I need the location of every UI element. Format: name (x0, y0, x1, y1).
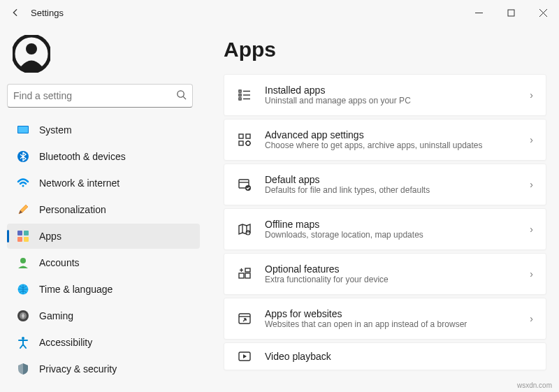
card-offline-maps[interactable]: Offline maps Downloads, storage location… (224, 208, 546, 250)
sidebar-item-accessibility[interactable]: Accessibility (7, 330, 200, 355)
window-link-icon (237, 311, 252, 326)
avatar-icon (13, 35, 50, 73)
sidebar-item-label: Accessibility (39, 337, 92, 348)
sidebar-item-label: Bluetooth & devices (39, 151, 126, 162)
svg-rect-23 (239, 98, 241, 100)
sidebar-item-label: Network & internet (39, 177, 119, 189)
sidebar-item-network[interactable]: Network & internet (7, 170, 200, 196)
map-icon (237, 222, 252, 237)
card-subtitle: Websites that can open in an app instead… (265, 319, 523, 329)
sidebar-item-apps[interactable]: Apps (7, 224, 200, 249)
search-box[interactable] (7, 84, 193, 108)
svg-rect-1 (508, 10, 514, 16)
svg-rect-37 (239, 273, 244, 278)
card-advanced-settings[interactable]: Advanced app settings Choose where to ge… (224, 119, 546, 161)
page-title: Apps (224, 38, 546, 61)
sidebar-item-time-language[interactable]: Time & language (7, 277, 200, 302)
card-title: Apps for websites (265, 308, 523, 319)
watermark: wsxdn.com (517, 382, 552, 389)
nav-list: System Bluetooth & devices Network & int… (7, 117, 200, 382)
card-title: Installed apps (265, 85, 523, 96)
grid-plus-icon (237, 266, 252, 282)
card-text: Video playback (265, 351, 533, 362)
close-icon (539, 9, 547, 17)
sidebar-item-label: Time & language (39, 284, 112, 295)
close-button[interactable] (527, 0, 559, 25)
search-input[interactable] (13, 90, 176, 101)
search-icon (176, 89, 187, 103)
accessibility-icon (17, 336, 29, 349)
gamepad-icon (17, 310, 29, 322)
sidebar-item-accounts[interactable]: Accounts (7, 250, 200, 275)
card-video-playback[interactable]: Video playback (224, 342, 546, 370)
chevron-right-icon: › (530, 268, 533, 280)
maximize-icon (507, 9, 515, 17)
back-button[interactable] (6, 3, 25, 22)
card-title: Video playback (265, 351, 533, 362)
card-text: Apps for websites Websites that can open… (265, 308, 523, 329)
minimize-icon (475, 9, 483, 17)
sidebar-item-gaming[interactable]: Gaming (7, 303, 200, 328)
card-title: Default apps (265, 174, 523, 185)
user-avatar[interactable] (13, 35, 200, 75)
card-subtitle: Uninstall and manage apps on your PC (265, 96, 523, 106)
svg-point-33 (245, 185, 251, 191)
svg-point-11 (22, 185, 24, 187)
svg-rect-28 (246, 134, 250, 138)
sidebar-item-label: Gaming (39, 310, 73, 321)
wifi-icon (17, 177, 29, 189)
sidebar-item-label: Accounts (39, 257, 80, 268)
svg-rect-39 (245, 268, 250, 272)
svg-rect-22 (239, 94, 241, 96)
globe-clock-icon (17, 283, 29, 296)
bluetooth-icon (17, 150, 29, 163)
sidebar-item-privacy[interactable]: Privacy & security (7, 356, 200, 382)
card-title: Advanced app settings (265, 129, 523, 140)
svg-rect-29 (239, 141, 243, 145)
svg-rect-21 (239, 90, 241, 92)
svg-rect-9 (18, 126, 28, 133)
card-text: Default apps Defaults for file and link … (265, 174, 523, 195)
content-area: System Bluetooth & devices Network & int… (0, 25, 559, 392)
maximize-button[interactable] (495, 0, 527, 25)
card-optional-features[interactable]: Optional features Extra functionality fo… (224, 253, 546, 295)
card-text: Advanced app settings Choose where to ge… (265, 129, 523, 150)
svg-rect-15 (24, 237, 29, 242)
list-icon (237, 87, 252, 103)
card-apps-websites[interactable]: Apps for websites Websites that can open… (224, 298, 546, 340)
card-installed-apps[interactable]: Installed apps Uninstall and manage apps… (224, 74, 546, 116)
card-text: Installed apps Uninstall and manage apps… (265, 85, 523, 106)
sidebar-item-label: System (39, 124, 72, 136)
video-icon (237, 349, 252, 364)
chevron-right-icon: › (530, 134, 533, 145)
card-title: Optional features (265, 263, 523, 275)
svg-rect-12 (17, 231, 22, 235)
card-text: Optional features Extra functionality fo… (265, 263, 523, 284)
svg-point-20 (22, 337, 24, 340)
chevron-right-icon: › (530, 89, 533, 101)
sidebar-item-label: Personalization (39, 204, 106, 215)
card-title: Offline maps (265, 219, 523, 230)
window-controls (463, 0, 559, 25)
grid-gear-icon (237, 132, 252, 147)
apps-icon (17, 230, 29, 242)
svg-rect-27 (239, 134, 243, 138)
person-icon (17, 256, 29, 269)
window-check-icon (237, 177, 252, 192)
sidebar-item-label: Privacy & security (39, 363, 117, 375)
sidebar: System Bluetooth & devices Network & int… (0, 25, 203, 392)
sidebar-item-label: Apps (39, 231, 61, 242)
card-default-apps[interactable]: Default apps Defaults for file and link … (224, 164, 546, 205)
sidebar-item-personalization[interactable]: Personalization (7, 197, 200, 222)
window-title: Settings (31, 8, 64, 18)
sidebar-item-bluetooth[interactable]: Bluetooth & devices (7, 144, 200, 169)
svg-line-7 (183, 96, 186, 99)
paintbrush-icon (17, 203, 29, 216)
shield-icon (17, 363, 29, 375)
card-subtitle: Defaults for file and link types, other … (265, 185, 523, 195)
chevron-right-icon: › (530, 313, 533, 324)
svg-point-5 (26, 43, 37, 55)
minimize-button[interactable] (463, 0, 495, 25)
main-panel: Apps Installed apps Uninstall and manage… (203, 25, 559, 392)
sidebar-item-system[interactable]: System (7, 117, 200, 143)
